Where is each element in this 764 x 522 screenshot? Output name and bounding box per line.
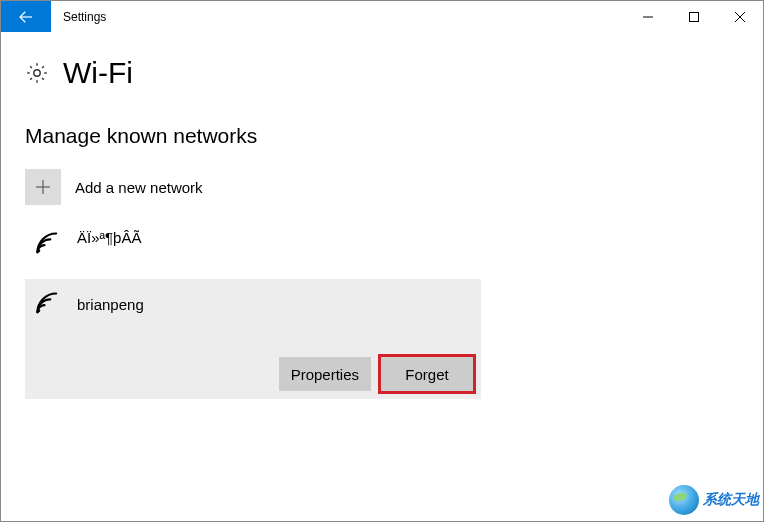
- watermark: 系统天地: [669, 485, 759, 515]
- network-item-selected[interactable]: brianpeng Properties Forget: [25, 279, 481, 399]
- back-button[interactable]: [1, 1, 51, 32]
- maximize-icon: [689, 12, 699, 22]
- minimize-button[interactable]: [625, 1, 671, 32]
- watermark-text: 系统天地: [703, 491, 759, 509]
- network-name: ÄÏ»ª¶þÂÃ: [77, 229, 141, 246]
- window-controls: [625, 1, 763, 32]
- svg-point-8: [38, 249, 41, 252]
- svg-rect-2: [690, 12, 699, 21]
- window-title: Settings: [51, 1, 625, 32]
- maximize-button[interactable]: [671, 1, 717, 32]
- close-button[interactable]: [717, 1, 763, 32]
- page-title: Wi-Fi: [63, 56, 133, 90]
- network-actions: Properties Forget: [33, 357, 473, 391]
- forget-button[interactable]: Forget: [381, 357, 473, 391]
- add-network-button[interactable]: Add a new network: [25, 166, 739, 208]
- properties-button[interactable]: Properties: [279, 357, 371, 391]
- add-network-label: Add a new network: [75, 179, 203, 196]
- network-item[interactable]: ÄÏ»ª¶þÂÃ: [25, 222, 739, 265]
- svg-point-9: [38, 309, 41, 312]
- wifi-icon: [33, 289, 63, 319]
- titlebar: Settings: [1, 1, 763, 32]
- plus-icon: [25, 169, 61, 205]
- close-icon: [735, 12, 745, 22]
- network-name: brianpeng: [77, 296, 144, 313]
- back-arrow-icon: [17, 8, 35, 26]
- wifi-icon: [33, 229, 63, 259]
- minimize-icon: [643, 12, 653, 22]
- svg-point-5: [34, 70, 40, 76]
- globe-icon: [669, 485, 699, 515]
- page-header: Wi-Fi: [25, 56, 739, 90]
- known-networks-list: Add a new network ÄÏ»ª¶þÂÃ: [25, 166, 739, 399]
- gear-icon: [25, 61, 49, 85]
- section-heading: Manage known networks: [25, 124, 739, 148]
